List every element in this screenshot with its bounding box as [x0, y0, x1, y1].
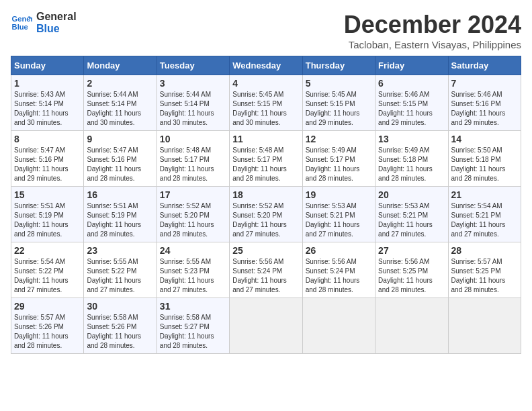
day-info: Sunrise: 5:53 AM Sunset: 5:21 PM Dayligh… [306, 201, 372, 239]
day-number: 24 [160, 245, 226, 256]
day-cell: 17Sunrise: 5:52 AM Sunset: 5:20 PM Dayli… [157, 187, 229, 242]
day-number: 2 [87, 78, 153, 89]
week-row-1: 1Sunrise: 5:43 AM Sunset: 5:14 PM Daylig… [11, 75, 521, 131]
day-cell: 28Sunrise: 5:57 AM Sunset: 5:25 PM Dayli… [448, 242, 521, 298]
day-info: Sunrise: 5:51 AM Sunset: 5:19 PM Dayligh… [14, 201, 81, 239]
day-cell [230, 298, 302, 354]
day-info: Sunrise: 5:50 AM Sunset: 5:18 PM Dayligh… [451, 146, 518, 183]
week-row-4: 22Sunrise: 5:54 AM Sunset: 5:22 PM Dayli… [11, 242, 521, 298]
day-number: 7 [451, 78, 518, 89]
day-number: 22 [14, 245, 81, 256]
day-number: 25 [232, 245, 299, 256]
page-header: General Blue General Blue December 2024 … [11, 11, 521, 50]
day-cell: 10Sunrise: 5:48 AM Sunset: 5:17 PM Dayli… [157, 131, 229, 187]
day-info: Sunrise: 5:49 AM Sunset: 5:18 PM Dayligh… [378, 146, 445, 183]
day-cell [375, 298, 448, 354]
day-number: 3 [160, 78, 226, 89]
calendar-table: SundayMondayTuesdayWednesdayThursdayFrid… [11, 56, 521, 354]
logo-line2: Blue [36, 23, 60, 35]
day-info: Sunrise: 5:58 AM Sunset: 5:27 PM Dayligh… [160, 313, 226, 351]
day-cell: 30Sunrise: 5:58 AM Sunset: 5:26 PM Dayli… [84, 298, 157, 354]
day-cell: 24Sunrise: 5:55 AM Sunset: 5:23 PM Dayli… [157, 242, 229, 298]
day-cell: 4Sunrise: 5:45 AM Sunset: 5:15 PM Daylig… [230, 75, 302, 131]
day-info: Sunrise: 5:56 AM Sunset: 5:25 PM Dayligh… [378, 257, 445, 295]
col-header-monday: Monday [84, 56, 157, 75]
day-cell: 6Sunrise: 5:46 AM Sunset: 5:15 PM Daylig… [375, 75, 448, 131]
day-info: Sunrise: 5:55 AM Sunset: 5:22 PM Dayligh… [87, 257, 153, 295]
day-info: Sunrise: 5:49 AM Sunset: 5:17 PM Dayligh… [306, 146, 372, 183]
day-number: 12 [306, 134, 372, 144]
day-cell: 7Sunrise: 5:46 AM Sunset: 5:16 PM Daylig… [448, 75, 521, 131]
day-cell: 12Sunrise: 5:49 AM Sunset: 5:17 PM Dayli… [302, 131, 375, 187]
logo-line1: General [36, 11, 77, 23]
day-cell: 2Sunrise: 5:44 AM Sunset: 5:14 PM Daylig… [84, 75, 157, 131]
col-header-friday: Friday [375, 56, 448, 75]
day-cell: 31Sunrise: 5:58 AM Sunset: 5:27 PM Dayli… [157, 298, 229, 354]
day-number: 9 [87, 134, 153, 144]
day-number: 1 [14, 78, 81, 89]
day-number: 15 [14, 189, 81, 200]
day-cell: 16Sunrise: 5:51 AM Sunset: 5:19 PM Dayli… [84, 187, 157, 242]
day-number: 20 [378, 189, 445, 200]
day-info: Sunrise: 5:47 AM Sunset: 5:16 PM Dayligh… [87, 146, 153, 183]
col-header-thursday: Thursday [302, 56, 375, 75]
day-number: 26 [306, 245, 372, 256]
day-cell: 3Sunrise: 5:44 AM Sunset: 5:14 PM Daylig… [157, 75, 229, 131]
day-info: Sunrise: 5:58 AM Sunset: 5:26 PM Dayligh… [87, 313, 153, 351]
day-info: Sunrise: 5:45 AM Sunset: 5:15 PM Dayligh… [232, 90, 299, 128]
day-cell: 29Sunrise: 5:57 AM Sunset: 5:26 PM Dayli… [11, 298, 84, 354]
day-number: 6 [378, 78, 445, 89]
day-info: Sunrise: 5:45 AM Sunset: 5:15 PM Dayligh… [306, 90, 372, 128]
day-cell: 27Sunrise: 5:56 AM Sunset: 5:25 PM Dayli… [375, 242, 448, 298]
day-cell: 25Sunrise: 5:56 AM Sunset: 5:24 PM Dayli… [230, 242, 302, 298]
day-number: 21 [451, 189, 518, 200]
col-header-tuesday: Tuesday [157, 56, 229, 75]
logo: General Blue General Blue [11, 11, 77, 34]
day-number: 29 [14, 301, 81, 312]
day-info: Sunrise: 5:57 AM Sunset: 5:25 PM Dayligh… [451, 257, 518, 295]
day-cell: 1Sunrise: 5:43 AM Sunset: 5:14 PM Daylig… [11, 75, 84, 131]
day-info: Sunrise: 5:46 AM Sunset: 5:16 PM Dayligh… [451, 90, 518, 128]
day-info: Sunrise: 5:53 AM Sunset: 5:21 PM Dayligh… [378, 201, 445, 239]
day-cell: 23Sunrise: 5:55 AM Sunset: 5:22 PM Dayli… [84, 242, 157, 298]
day-info: Sunrise: 5:44 AM Sunset: 5:14 PM Dayligh… [160, 90, 226, 128]
day-number: 16 [87, 189, 153, 200]
day-cell: 21Sunrise: 5:54 AM Sunset: 5:21 PM Dayli… [448, 187, 521, 242]
day-number: 31 [160, 301, 226, 312]
day-info: Sunrise: 5:47 AM Sunset: 5:16 PM Dayligh… [14, 146, 81, 183]
day-info: Sunrise: 5:54 AM Sunset: 5:22 PM Dayligh… [14, 257, 81, 295]
day-cell: 19Sunrise: 5:53 AM Sunset: 5:21 PM Dayli… [302, 187, 375, 242]
day-info: Sunrise: 5:56 AM Sunset: 5:24 PM Dayligh… [306, 257, 372, 295]
title-block: December 2024 Tacloban, Eastern Visayas,… [344, 11, 521, 50]
day-info: Sunrise: 5:52 AM Sunset: 5:20 PM Dayligh… [160, 201, 226, 239]
day-info: Sunrise: 5:48 AM Sunset: 5:17 PM Dayligh… [160, 146, 226, 183]
day-number: 11 [232, 134, 299, 144]
col-header-saturday: Saturday [448, 56, 521, 75]
day-number: 14 [451, 134, 518, 144]
day-info: Sunrise: 5:52 AM Sunset: 5:20 PM Dayligh… [232, 201, 299, 239]
day-cell: 20Sunrise: 5:53 AM Sunset: 5:21 PM Dayli… [375, 187, 448, 242]
day-cell: 11Sunrise: 5:48 AM Sunset: 5:17 PM Dayli… [230, 131, 302, 187]
day-cell: 22Sunrise: 5:54 AM Sunset: 5:22 PM Dayli… [11, 242, 84, 298]
day-cell: 5Sunrise: 5:45 AM Sunset: 5:15 PM Daylig… [302, 75, 375, 131]
day-number: 17 [160, 189, 226, 200]
col-header-sunday: Sunday [11, 56, 84, 75]
day-cell: 15Sunrise: 5:51 AM Sunset: 5:19 PM Dayli… [11, 187, 84, 242]
day-cell [302, 298, 375, 354]
day-number: 23 [87, 245, 153, 256]
day-number: 19 [306, 189, 372, 200]
day-cell: 14Sunrise: 5:50 AM Sunset: 5:18 PM Dayli… [448, 131, 521, 187]
day-cell: 18Sunrise: 5:52 AM Sunset: 5:20 PM Dayli… [230, 187, 302, 242]
day-number: 13 [378, 134, 445, 144]
logo-icon: General Blue [11, 12, 32, 34]
day-number: 10 [160, 134, 226, 144]
svg-text:Blue: Blue [12, 22, 28, 30]
day-number: 8 [14, 134, 81, 144]
day-number: 28 [451, 245, 518, 256]
day-cell [448, 298, 521, 354]
day-number: 30 [87, 301, 153, 312]
day-info: Sunrise: 5:51 AM Sunset: 5:19 PM Dayligh… [87, 201, 153, 239]
day-cell: 8Sunrise: 5:47 AM Sunset: 5:16 PM Daylig… [11, 131, 84, 187]
day-info: Sunrise: 5:54 AM Sunset: 5:21 PM Dayligh… [451, 201, 518, 239]
day-cell: 9Sunrise: 5:47 AM Sunset: 5:16 PM Daylig… [84, 131, 157, 187]
